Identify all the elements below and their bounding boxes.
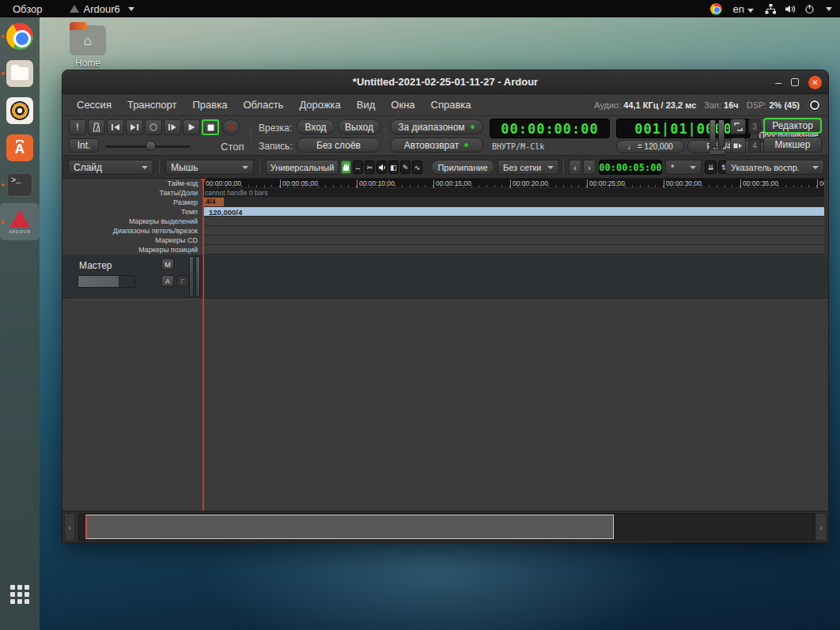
ruler-label-loop-punch[interactable]: Диапазоны петель/врезок	[62, 226, 202, 236]
zoom-focus-dropdown[interactable]: Указатель воспр.	[725, 160, 824, 175]
bbt-ruler[interactable]: cannot handle 0 bars	[202, 188, 824, 198]
language-indicator[interactable]: en	[733, 3, 754, 15]
primary-clock[interactable]: 00:00:00:00	[490, 119, 610, 138]
timecode-ruler[interactable]: 00:00:00:0000:00:05:0000:00:10:0000:00:1…	[202, 179, 824, 188]
master-group-button[interactable]: Г	[176, 275, 189, 287]
edit-content-tool-button[interactable]: ∿	[412, 160, 422, 174]
master-track-name[interactable]: Мастер	[79, 260, 112, 271]
record-mode-button[interactable]: Без слоёв	[297, 138, 380, 153]
cut-tool-button[interactable]: ✂	[365, 160, 375, 174]
tempo-marker[interactable]: 120,000/4	[209, 208, 242, 217]
nudge-forward-button[interactable]: ›	[583, 160, 596, 175]
menu-item-4[interactable]: Дорожка	[293, 96, 346, 113]
status-readout: Аудио: 44,1 КГц / 23,2 мс Зап: 16ч DSP: …	[594, 98, 828, 112]
edit-mode-dropdown[interactable]: Слайд	[68, 160, 153, 175]
marker-dropdown[interactable]: *	[665, 160, 702, 175]
maximize-button[interactable]	[791, 78, 799, 86]
summary-track[interactable]	[78, 513, 815, 541]
minimize-button[interactable]: –	[775, 78, 781, 86]
show-applications-button[interactable]	[10, 585, 29, 604]
menu-item-1[interactable]: Транспорт	[121, 96, 184, 113]
dock-item-ardour[interactable]: ARDOUR	[0, 203, 40, 240]
snap-button[interactable]: Прилипание	[431, 160, 494, 175]
summary-visible-range[interactable]	[85, 515, 614, 539]
play-range-button[interactable]	[164, 119, 181, 135]
nudge-clock[interactable]: 00:00:05:00	[599, 160, 662, 175]
master-automation-button[interactable]: А	[161, 275, 174, 287]
desktop-home-shortcut[interactable]: ⌂ Home	[66, 25, 109, 69]
sync-source-button[interactable]: Int.	[69, 138, 99, 153]
scroll-left-button[interactable]: ‹	[64, 513, 75, 541]
close-button[interactable]: ✕	[808, 76, 822, 89]
master-gain-fader[interactable]	[78, 275, 135, 288]
menu-item-3[interactable]: Область	[236, 96, 289, 113]
activities-button[interactable]: Обзор	[8, 3, 47, 15]
audition-tool-button[interactable]	[376, 160, 387, 174]
ruler-label-meter[interactable]: Размер	[62, 198, 202, 207]
dock-item-ubuntu-software[interactable]: A	[0, 129, 40, 166]
meter-marker[interactable]: 4/4	[203, 198, 224, 206]
grab-tool-button[interactable]	[341, 160, 351, 174]
playhead[interactable]	[202, 179, 204, 511]
tempo-button[interactable]: ♩ = 120,000	[616, 140, 684, 153]
stop-button[interactable]	[202, 119, 219, 135]
loop-punch-ruler[interactable]	[202, 226, 824, 236]
ruler-label-position-markers[interactable]: Маркеры позиций	[62, 245, 202, 255]
draw-tool-button[interactable]: ✎	[400, 160, 411, 174]
follow-range-button[interactable]: За диапазоном	[390, 119, 483, 134]
nudge-back-button[interactable]: ‹	[569, 160, 581, 175]
loop-button[interactable]	[145, 119, 162, 135]
menu-item-2[interactable]: Правка	[186, 96, 233, 113]
editor-canvas[interactable]	[62, 299, 828, 511]
ruler-label-tempo[interactable]: Темп	[62, 207, 202, 217]
goto-start-button[interactable]	[107, 119, 124, 135]
metronome-button[interactable]	[88, 119, 105, 135]
mixer-tab[interactable]: Микшер	[763, 137, 822, 153]
menu-item-5[interactable]: Вид	[350, 96, 382, 113]
app-menu[interactable]: Ardour6	[70, 3, 134, 15]
position-markers-ruler[interactable]	[202, 245, 824, 255]
auto-return-button[interactable]: Автовозврат	[390, 138, 483, 153]
punch-in-button[interactable]: Вход	[297, 119, 335, 134]
location-markers-ruler[interactable]	[202, 217, 824, 226]
menu-item-0[interactable]: Сессия	[70, 96, 118, 113]
editor-window-button[interactable]	[730, 119, 746, 134]
goto-end-button[interactable]	[126, 119, 143, 135]
ruler-label-location-markers[interactable]: Маркеры выделений	[62, 217, 202, 226]
meter-peak-display[interactable]	[709, 149, 726, 155]
global-record-button[interactable]	[808, 98, 822, 112]
menu-item-6[interactable]: Окна	[384, 96, 421, 113]
tempo-ruler[interactable]: 120,000/4	[202, 207, 824, 217]
midi-panic-button[interactable]: !	[69, 119, 86, 135]
rhythmbox-icon	[6, 97, 33, 124]
play-button[interactable]	[183, 119, 200, 135]
editor-tab[interactable]: Редактор	[763, 118, 822, 134]
title-bar[interactable]: *Untitled-2021-02-25-01-11-27 - Ardour –…	[62, 70, 828, 94]
dock-item-chrome[interactable]	[0, 17, 40, 55]
scroll-right-button[interactable]: ›	[815, 513, 827, 541]
dock-item-rhythmbox[interactable]	[0, 92, 40, 129]
mixer-window-button[interactable]	[730, 138, 746, 153]
cd-markers-ruler[interactable]	[202, 236, 824, 245]
master-track-header[interactable]: Мастер M А Г	[68, 255, 202, 299]
fade-tool-button[interactable]: ◧	[388, 160, 399, 174]
range-tool-button[interactable]: ↔	[353, 160, 363, 174]
ruler-label-timecode[interactable]: Тайм-код	[62, 179, 202, 188]
record-button[interactable]	[222, 119, 240, 135]
system-status-area[interactable]	[765, 4, 832, 14]
meter-ruler[interactable]: 4/4	[202, 198, 824, 207]
volume-icon	[785, 4, 796, 14]
menu-item-7[interactable]: Справка	[425, 96, 478, 113]
smart-mode-button[interactable]: Универсальный	[266, 160, 339, 175]
edit-point-dropdown[interactable]: Мышь	[165, 160, 254, 175]
ruler-label-cd-markers[interactable]: Маркеры CD	[62, 236, 202, 245]
dock-item-files[interactable]	[0, 55, 40, 92]
ruler-label-bbt[interactable]: Такты/Доли	[62, 188, 202, 198]
shrink-tracks-button[interactable]: ⇊	[705, 160, 717, 174]
grid-mode-dropdown[interactable]: Без сетки	[498, 160, 559, 175]
master-mute-button[interactable]: M	[161, 258, 174, 270]
dock-item-terminal[interactable]: >_	[0, 166, 40, 203]
shuttle-thumb[interactable]	[146, 141, 156, 151]
punch-out-button[interactable]: Выход	[338, 119, 380, 134]
chrome-notification-icon[interactable]	[710, 3, 722, 15]
